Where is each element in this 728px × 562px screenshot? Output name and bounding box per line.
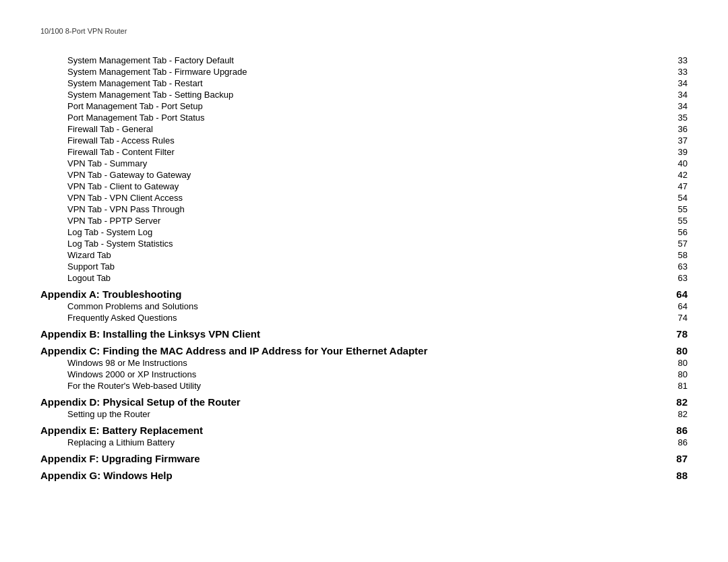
toc-entry: VPN Tab - Client to Gateway47: [40, 181, 688, 191]
toc-label: Port Management Tab - Port Setup: [67, 101, 667, 111]
toc-entry: Support Tab63: [40, 261, 688, 272]
toc-entry: System Management Tab - Restart34: [40, 78, 688, 88]
toc-page-number: 36: [667, 124, 688, 134]
toc-page-number: 86: [667, 425, 688, 436]
toc-page-number: 63: [667, 261, 688, 272]
toc-entry: Appendix G: Windows Help88: [40, 470, 688, 481]
toc-label: Appendix C: Finding the MAC Address and …: [40, 345, 667, 356]
toc-label: Appendix G: Windows Help: [40, 470, 667, 481]
toc-page-number: 80: [667, 369, 688, 379]
toc-label: VPN Tab - VPN Client Access: [67, 193, 667, 203]
toc-entry: VPN Tab - VPN Client Access54: [40, 193, 688, 203]
toc-page-number: 88: [667, 470, 688, 481]
toc-label: Support Tab: [67, 261, 667, 272]
toc-label: Logout Tab: [67, 273, 667, 283]
toc-page-number: 34: [667, 90, 688, 100]
toc-entry: Appendix D: Physical Setup of the Router…: [40, 396, 688, 408]
toc-entry: Appendix A: Troubleshooting64: [40, 288, 688, 300]
toc-page-number: 64: [667, 288, 688, 300]
toc-entry: Windows 98 or Me Instructions80: [40, 358, 688, 368]
toc-page-number: 55: [667, 216, 688, 226]
toc-label: System Management Tab - Setting Backup: [67, 90, 667, 100]
toc-entry: Firewall Tab - Content Filter39: [40, 147, 688, 157]
toc-label: Firewall Tab - Access Rules: [67, 135, 667, 146]
toc-page-number: 39: [667, 147, 688, 157]
toc-entry: Port Management Tab - Port Status35: [40, 113, 688, 123]
toc-entry: Appendix B: Installing the Linksys VPN C…: [40, 328, 688, 340]
toc-page-number: 82: [667, 396, 688, 408]
toc-entry: Common Problems and Solutions64: [40, 301, 688, 311]
toc-entry: Log Tab - System Statistics57: [40, 239, 688, 249]
toc-page-number: 37: [667, 135, 688, 146]
toc-entry: VPN Tab - PPTP Server55: [40, 216, 688, 226]
toc-label: System Management Tab - Factory Default: [67, 55, 667, 65]
toc-page-number: 54: [667, 193, 688, 203]
toc-label: Log Tab - System Statistics: [67, 239, 667, 249]
toc-entry: Windows 2000 or XP Instructions80: [40, 369, 688, 379]
toc-page-number: 55: [667, 204, 688, 214]
toc-entry: Log Tab - System Log56: [40, 227, 688, 237]
toc-label: Firewall Tab - General: [67, 124, 667, 134]
toc-page-number: 74: [667, 313, 688, 323]
toc-label: Appendix B: Installing the Linksys VPN C…: [40, 328, 667, 340]
toc-page-number: 81: [667, 381, 688, 391]
toc-entry: System Management Tab - Factory Default3…: [40, 55, 688, 65]
toc-entry: Logout Tab63: [40, 273, 688, 283]
toc-entry: VPN Tab - Gateway to Gateway42: [40, 170, 688, 180]
toc-page-number: 47: [667, 181, 688, 191]
toc-label: System Management Tab - Restart: [67, 78, 667, 88]
toc-label: Wizard Tab: [67, 250, 667, 260]
toc-entry: For the Router's Web-based Utility81: [40, 381, 688, 391]
toc-page-number: 40: [667, 158, 688, 168]
toc-entry: Firewall Tab - General36: [40, 124, 688, 134]
toc-label: Setting up the Router: [67, 409, 667, 419]
toc-entry: Wizard Tab58: [40, 250, 688, 260]
toc-label: Log Tab - System Log: [67, 227, 667, 237]
toc-entry: Replacing a Lithium Battery86: [40, 437, 688, 447]
toc-label: Replacing a Lithium Battery: [67, 437, 667, 447]
toc-label: Appendix E: Battery Replacement: [40, 425, 667, 436]
toc-label: Windows 2000 or XP Instructions: [67, 369, 667, 379]
toc-page-number: 82: [667, 409, 688, 419]
toc-entry: VPN Tab - Summary40: [40, 158, 688, 168]
toc-label: VPN Tab - PPTP Server: [67, 216, 667, 226]
header-title: 10/100 8-Port VPN Router: [40, 27, 127, 35]
toc-entry: Port Management Tab - Port Setup34: [40, 101, 688, 111]
toc-label: Frequently Asked Questions: [67, 313, 667, 323]
toc-label: Appendix A: Troubleshooting: [40, 288, 667, 300]
toc-page-number: 78: [667, 328, 688, 340]
toc-page-number: 86: [667, 437, 688, 447]
toc-entry: Frequently Asked Questions74: [40, 313, 688, 323]
toc-container: System Management Tab - Factory Default3…: [40, 55, 688, 481]
toc-page-number: 33: [667, 67, 688, 77]
toc-page-number: 57: [667, 239, 688, 249]
toc-label: Common Problems and Solutions: [67, 301, 667, 311]
toc-page-number: 58: [667, 250, 688, 260]
toc-page-number: 64: [667, 301, 688, 311]
toc-label: Appendix D: Physical Setup of the Router: [40, 396, 667, 408]
toc-entry: System Management Tab - Firmware Upgrade…: [40, 67, 688, 77]
toc-label: Appendix F: Upgrading Firmware: [40, 453, 667, 464]
page-header: 10/100 8-Port VPN Router: [40, 27, 688, 35]
toc-page-number: 56: [667, 227, 688, 237]
toc-page-number: 42: [667, 170, 688, 180]
toc-entry: System Management Tab - Setting Backup34: [40, 90, 688, 100]
toc-page-number: 33: [667, 55, 688, 65]
toc-entry: Appendix C: Finding the MAC Address and …: [40, 345, 688, 356]
toc-entry: Appendix E: Battery Replacement86: [40, 425, 688, 436]
toc-label: VPN Tab - Client to Gateway: [67, 181, 667, 191]
toc-label: Windows 98 or Me Instructions: [67, 358, 667, 368]
toc-label: VPN Tab - Gateway to Gateway: [67, 170, 667, 180]
toc-page-number: 80: [667, 358, 688, 368]
toc-entry: Setting up the Router82: [40, 409, 688, 419]
toc-label: System Management Tab - Firmware Upgrade: [67, 67, 667, 77]
toc-label: VPN Tab - Summary: [67, 158, 667, 168]
toc-page-number: 80: [667, 345, 688, 356]
toc-page-number: 63: [667, 273, 688, 283]
toc-entry: Firewall Tab - Access Rules37: [40, 135, 688, 146]
toc-label: Port Management Tab - Port Status: [67, 113, 667, 123]
toc-page-number: 34: [667, 101, 688, 111]
toc-page-number: 87: [667, 453, 688, 464]
page: 10/100 8-Port VPN Router System Manageme…: [0, 0, 728, 509]
toc-label: For the Router's Web-based Utility: [67, 381, 667, 391]
